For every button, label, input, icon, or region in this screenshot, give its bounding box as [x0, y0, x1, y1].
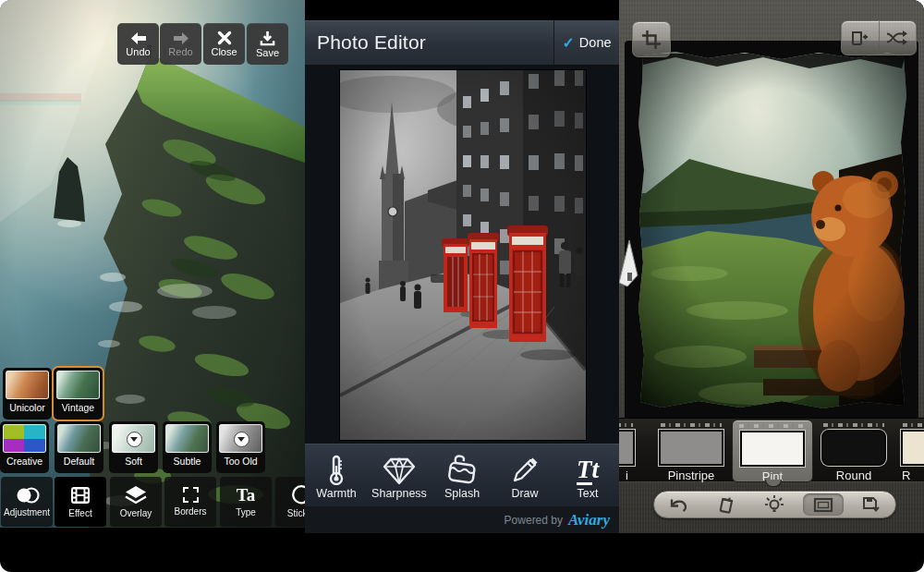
- frame-tool[interactable]: [803, 493, 844, 516]
- film-add-icon: [850, 29, 870, 47]
- filter-tooold[interactable]: Too Old: [216, 421, 265, 473]
- filmstrip-icon: [70, 486, 91, 505]
- filter-default[interactable]: Default: [55, 421, 103, 473]
- aviary-brand: Aviary: [568, 511, 610, 529]
- save-export-tool[interactable]: [851, 493, 892, 516]
- filter-label: Vintage: [54, 403, 103, 413]
- tool-warmth[interactable]: Warmth: [305, 444, 368, 506]
- undo-label: Undo: [126, 47, 150, 57]
- frame-item-pinstripe[interactable]: Pinstripe: [654, 423, 728, 481]
- filter-tooold-thumb: [219, 424, 262, 453]
- filter-creative-thumb: [3, 424, 46, 453]
- film-canister-tool[interactable]: [706, 493, 747, 516]
- panel-right-frame-editor: i Pinstripe Pint Round R: [619, 0, 924, 533]
- photo-editor-apps-composite: Undo Redo Close Save Unicolor Vintage: [0, 0, 924, 572]
- tool-sharpness[interactable]: Sharpness: [368, 444, 431, 506]
- panel-middle-aviary-editor: Photo Editor ✓ Done: [305, 0, 619, 533]
- filter-label: Soft: [109, 456, 158, 467]
- tool-label: Draw: [511, 488, 538, 500]
- shuffle-button[interactable]: [879, 21, 917, 55]
- tab-type[interactable]: Ta Type: [220, 477, 272, 527]
- frame-icon: [813, 497, 833, 513]
- download-badge-icon: [127, 432, 142, 447]
- tool-label: Warmth: [316, 488, 356, 500]
- adjustment-circles-icon: [15, 487, 40, 504]
- app-title: Photo Editor: [317, 31, 426, 54]
- undo-icon: [669, 497, 688, 513]
- canvas-area: [305, 65, 619, 444]
- frame-label: Round: [817, 469, 891, 481]
- filter-unicolor[interactable]: Unicolor: [3, 368, 52, 420]
- powered-by-text: Powered by: [505, 514, 563, 527]
- film-edge-marks: [823, 423, 884, 427]
- tab-sticker[interactable]: Sticker: [275, 477, 305, 527]
- filter-label: Unicolor: [3, 403, 52, 413]
- check-icon: ✓: [562, 34, 574, 52]
- tab-adjustment[interactable]: Adjustment: [1, 477, 53, 527]
- pencil-icon: [510, 456, 540, 485]
- film-add-button[interactable]: [842, 21, 879, 55]
- film-edge-marks: [661, 423, 722, 427]
- shuffle-icon: [886, 30, 908, 46]
- filter-subtle[interactable]: Subtle: [163, 421, 212, 473]
- filter-vintage-thumb: [56, 371, 100, 399]
- filter-soft-thumb: [112, 424, 155, 453]
- street-photo-canvas[interactable]: [340, 70, 586, 440]
- frame-label: Pint: [733, 470, 812, 482]
- bottom-tool-pill: [653, 491, 896, 518]
- tab-label: Adjustment: [4, 508, 50, 517]
- filter-vintage[interactable]: Vintage: [54, 368, 103, 420]
- tab-overlay[interactable]: Overlay: [110, 477, 162, 527]
- tool-splash[interactable]: Splash: [431, 444, 493, 506]
- stamp-frame-icon: [183, 487, 199, 503]
- tab-label: Overlay: [120, 509, 152, 518]
- crop-icon: [641, 30, 662, 50]
- thermometer-icon: [327, 454, 346, 485]
- teddy-photo-canvas[interactable]: [625, 41, 918, 421]
- type-glyph-icon: Ta: [237, 486, 255, 504]
- frame-label: Pinstripe: [654, 469, 728, 481]
- download-badge-icon: [234, 432, 249, 447]
- film-edge-marks: [903, 423, 924, 427]
- sticker-icon: [292, 485, 306, 505]
- tab-label: Effect: [68, 509, 91, 518]
- lightbulb-tool[interactable]: [754, 493, 795, 516]
- filter-soft[interactable]: Soft: [109, 421, 158, 473]
- paint-splash-icon: [445, 455, 479, 485]
- save-button[interactable]: Save: [247, 23, 288, 65]
- text-glyph-icon: Tt: [577, 457, 599, 485]
- frame-thumb: [619, 430, 635, 466]
- filter-creative[interactable]: Creative: [0, 421, 49, 473]
- lightbulb-icon: [763, 494, 785, 515]
- frame-item-partial-right[interactable]: R: [896, 423, 924, 481]
- crop-button[interactable]: [632, 21, 671, 57]
- filter-label: Default: [55, 456, 103, 467]
- tab-borders[interactable]: Borders: [164, 477, 216, 527]
- tab-label: Type: [236, 508, 256, 517]
- done-label: Done: [579, 35, 612, 50]
- filter-unicolor-thumb: [6, 371, 49, 399]
- panel-left-filter-editor: Undo Redo Close Save Unicolor Vintage: [0, 0, 305, 533]
- filter-label: Creative: [0, 456, 49, 467]
- diamond-icon: [383, 456, 416, 485]
- frame-item-pint[interactable]: Pint: [732, 420, 813, 482]
- close-label: Close: [211, 47, 237, 57]
- tool-label: Splash: [444, 488, 480, 500]
- frame-thumb: [659, 430, 723, 466]
- frame-item-partial-left[interactable]: i: [619, 423, 639, 481]
- film-edge-marks: [619, 423, 633, 427]
- tab-effect[interactable]: Effect: [55, 477, 106, 527]
- redo-button[interactable]: Redo: [160, 23, 201, 65]
- tool-text[interactable]: Tt Text: [556, 444, 619, 506]
- tool-draw[interactable]: Draw: [493, 444, 556, 506]
- title-bar: Photo Editor ✓ Done: [305, 20, 619, 66]
- undo-tool[interactable]: [658, 493, 699, 516]
- close-button[interactable]: Close: [203, 23, 245, 65]
- frame-thumb: [821, 430, 886, 466]
- layers-icon: [125, 485, 147, 505]
- filter-subtle-thumb: [165, 424, 209, 453]
- done-button[interactable]: ✓ Done: [553, 20, 619, 65]
- frame-item-round[interactable]: Round: [817, 423, 891, 481]
- undo-button[interactable]: Undo: [117, 23, 159, 65]
- filter-default-thumb: [57, 424, 101, 453]
